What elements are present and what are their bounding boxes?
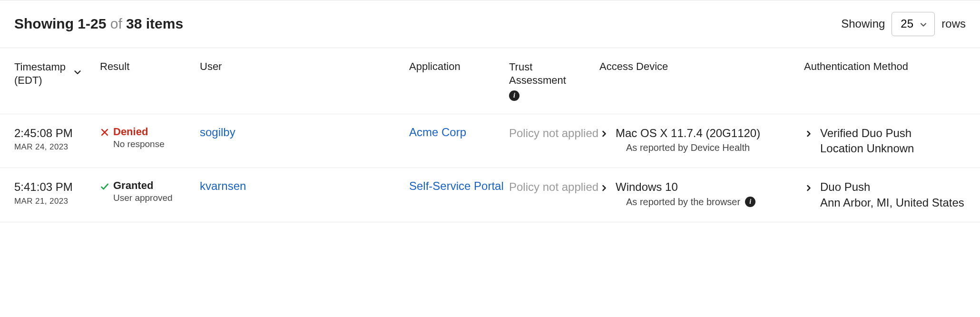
col-timestamp-line1: Timestamp <box>14 61 66 73</box>
table-row: 2:45:08 PM MAR 24, 2023 Denied No respon… <box>0 114 980 168</box>
col-access-device[interactable]: Access Device <box>599 60 804 73</box>
user-link[interactable]: sogilby <box>200 126 235 139</box>
auth-log-table: Showing 1-25 of 38 items Showing 25 rows… <box>0 0 980 222</box>
timestamp-date: MAR 21, 2023 <box>14 197 100 206</box>
col-trust[interactable]: Trust Assessment i <box>509 60 599 101</box>
device-main: Windows 10 <box>616 179 804 194</box>
cell-trust: Policy not applied <box>509 179 599 194</box>
table-header: Timestamp (EDT) Result User Application … <box>0 48 980 114</box>
cell-timestamp: 5:41:03 PM MAR 21, 2023 <box>14 179 100 206</box>
device-main: Mac OS X 11.7.4 (20G1120) <box>616 126 804 140</box>
table-row: 5:41:03 PM MAR 21, 2023 Granted User app… <box>0 168 980 222</box>
rows-per-page: Showing 25 rows <box>841 12 966 36</box>
result-reason: No response <box>113 139 200 149</box>
cell-access-device: Windows 10 As reported by the browser i <box>599 179 804 207</box>
result-reason: User approved <box>113 193 200 203</box>
rows-label: rows <box>941 17 966 30</box>
timestamp-time: 5:41:03 PM <box>14 179 100 194</box>
col-timestamp[interactable]: Timestamp (EDT) <box>14 60 100 88</box>
x-icon <box>100 126 109 138</box>
table-topbar: Showing 1-25 of 38 items Showing 25 rows <box>0 0 980 48</box>
cell-user: kvarnsen <box>200 179 409 193</box>
cell-result: Denied No response <box>100 126 200 149</box>
trust-value: Policy not applied <box>509 179 599 194</box>
result-count: Showing 1-25 of 38 items <box>14 16 183 32</box>
col-trust-line1: Trust <box>509 61 532 73</box>
col-auth-method[interactable]: Authentication Method <box>804 60 980 73</box>
cell-access-device: Mac OS X 11.7.4 (20G1120) As reported by… <box>599 126 804 153</box>
result-status: Granted <box>113 179 153 192</box>
chevron-right-icon[interactable] <box>599 128 609 139</box>
chevron-right-icon[interactable] <box>804 128 813 139</box>
timestamp-date: MAR 24, 2023 <box>14 142 100 152</box>
user-link[interactable]: kvarnsen <box>200 179 246 192</box>
auth-method: Verified Duo Push <box>820 127 911 139</box>
count-of: of <box>106 16 126 31</box>
info-icon[interactable]: i <box>745 197 755 207</box>
cell-timestamp: 2:45:08 PM MAR 24, 2023 <box>14 126 100 152</box>
chevron-right-icon[interactable] <box>804 181 813 193</box>
auth-location: Location Unknown <box>820 142 914 155</box>
application-link[interactable]: Acme Corp <box>409 126 466 139</box>
timestamp-time: 2:45:08 PM <box>14 126 100 140</box>
col-trust-line2: Assessment <box>509 74 566 86</box>
cell-application: Acme Corp <box>409 126 509 139</box>
col-application[interactable]: Application <box>409 60 509 73</box>
count-range: 1-25 <box>78 16 106 31</box>
application-link[interactable]: Self-Service Portal <box>409 179 504 192</box>
cell-trust: Policy not applied <box>509 126 599 140</box>
trust-value: Policy not applied <box>509 126 599 140</box>
count-total: 38 items <box>126 16 183 31</box>
cell-auth-method: Verified Duo Push Location Unknown <box>804 126 980 157</box>
rows-select[interactable]: 25 <box>892 12 935 36</box>
check-icon <box>100 179 109 192</box>
auth-location: Ann Arbor, MI, United States <box>820 196 964 209</box>
auth-method: Duo Push <box>820 180 870 193</box>
count-prefix: Showing <box>14 16 78 31</box>
cell-user: sogilby <box>200 126 409 139</box>
showing-label: Showing <box>841 17 885 30</box>
device-sub: As reported by the browser <box>626 197 740 208</box>
col-result[interactable]: Result <box>100 60 200 73</box>
cell-application: Self-Service Portal <box>409 179 509 193</box>
device-sub: As reported by Device Health <box>626 142 804 153</box>
chevron-right-icon[interactable] <box>599 181 609 193</box>
result-status: Denied <box>113 126 148 138</box>
cell-result: Granted User approved <box>100 179 200 203</box>
cell-auth-method: Duo Push Ann Arbor, MI, United States <box>804 179 980 210</box>
chevron-down-icon <box>72 67 83 80</box>
col-timestamp-line2: (EDT) <box>14 74 42 86</box>
info-icon[interactable]: i <box>509 90 519 101</box>
col-user[interactable]: User <box>200 60 409 73</box>
